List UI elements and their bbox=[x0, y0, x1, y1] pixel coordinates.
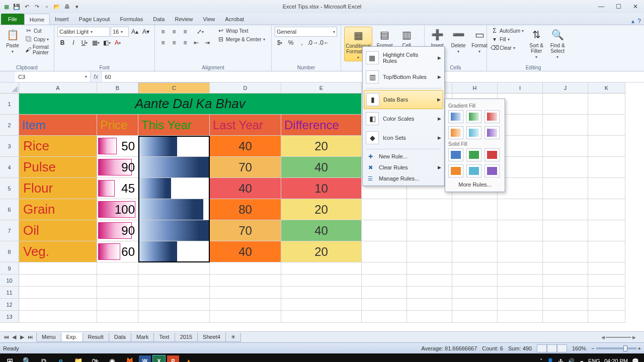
col-header-C[interactable]: C bbox=[138, 82, 210, 94]
copy-button[interactable]: ⿻Copy▾ bbox=[24, 35, 51, 43]
tab-view[interactable]: View bbox=[198, 14, 220, 25]
firefox-icon[interactable]: 🦊 bbox=[122, 354, 137, 362]
vlc-icon[interactable]: ▲ bbox=[181, 354, 196, 362]
accounting-icon[interactable]: $▾ bbox=[275, 38, 285, 48]
decrease-decimal-icon[interactable]: .0← bbox=[319, 38, 329, 48]
cell[interactable] bbox=[407, 199, 452, 220]
solid-orange[interactable] bbox=[448, 164, 463, 177]
sheet-tab-menu[interactable]: Menu bbox=[36, 333, 61, 342]
cell[interactable] bbox=[452, 199, 498, 220]
cell[interactable] bbox=[588, 178, 625, 199]
cell[interactable]: Item bbox=[19, 115, 97, 136]
search-icon[interactable]: 🔍 bbox=[19, 354, 34, 362]
menu-new-rule[interactable]: ✚New Rule... bbox=[364, 151, 443, 162]
clear-button[interactable]: ⌫Clear▾ bbox=[490, 44, 525, 52]
tray-volume-icon[interactable]: 🔊 bbox=[568, 358, 575, 363]
fill-button[interactable]: ▾Fill▾ bbox=[490, 35, 525, 43]
zoom-slider[interactable]: −+ bbox=[591, 345, 641, 351]
ribbon-minimize-icon[interactable]: ▴ bbox=[631, 18, 634, 25]
cell[interactable] bbox=[407, 262, 452, 275]
font-color-button[interactable]: A▾ bbox=[113, 38, 123, 48]
cell[interactable] bbox=[19, 299, 97, 311]
row-header-7[interactable]: 7 bbox=[0, 220, 19, 241]
cell[interactable] bbox=[407, 275, 452, 287]
cell[interactable] bbox=[407, 241, 452, 262]
cell[interactable] bbox=[138, 199, 210, 220]
worksheet[interactable]: ABCDEFGHIJK 12345678910111213 Aante Dal … bbox=[0, 82, 644, 331]
solid-blue[interactable] bbox=[448, 148, 463, 161]
row-header-6[interactable]: 6 bbox=[0, 199, 19, 220]
delete-cells-button[interactable]: ➖Delete▾ bbox=[449, 27, 468, 55]
shrink-font-icon[interactable]: A▾ bbox=[141, 27, 151, 37]
cell[interactable] bbox=[19, 262, 97, 275]
percent-icon[interactable]: % bbox=[286, 38, 296, 48]
align-right-icon[interactable]: ≡ bbox=[180, 38, 190, 48]
cell[interactable] bbox=[97, 299, 138, 311]
cell[interactable] bbox=[452, 275, 498, 287]
cell[interactable] bbox=[407, 220, 452, 241]
print-preview-icon[interactable]: 🖶 bbox=[62, 2, 71, 11]
tab-nav-last[interactable]: ⏭ bbox=[26, 334, 34, 340]
cell[interactable]: 90 bbox=[97, 157, 138, 178]
align-left-icon[interactable]: ≡ bbox=[158, 38, 168, 48]
explorer-icon[interactable]: 📁 bbox=[70, 354, 86, 362]
cell[interactable] bbox=[138, 178, 210, 199]
cell[interactable] bbox=[19, 311, 97, 323]
save-icon[interactable]: 💾 bbox=[12, 2, 21, 11]
cell[interactable] bbox=[138, 275, 210, 287]
cell[interactable]: 50 bbox=[97, 136, 138, 157]
tray-network-icon[interactable]: 🖧 bbox=[558, 358, 564, 362]
menu-clear-rules[interactable]: ✖Clear Rules▶ bbox=[364, 162, 443, 173]
cell[interactable] bbox=[498, 241, 543, 262]
cell[interactable] bbox=[362, 275, 407, 287]
close-button[interactable]: ✕ bbox=[627, 0, 644, 13]
col-header-A[interactable]: A bbox=[19, 82, 97, 94]
cell[interactable] bbox=[407, 299, 452, 311]
redo-icon[interactable]: ↷ bbox=[32, 2, 41, 11]
cell[interactable]: 40 bbox=[281, 220, 362, 241]
col-header-J[interactable]: J bbox=[543, 82, 588, 94]
merge-center-button[interactable]: ⊟Merge & Center▾ bbox=[216, 35, 266, 43]
cell[interactable] bbox=[19, 275, 97, 287]
tab-nav-first[interactable]: ⏮ bbox=[2, 334, 10, 340]
sheet-tab-text[interactable]: Text bbox=[153, 333, 175, 342]
cell[interactable] bbox=[281, 299, 362, 311]
cell[interactable] bbox=[138, 220, 210, 241]
format-cells-button[interactable]: ▭Format▾ bbox=[470, 27, 489, 55]
cell[interactable] bbox=[138, 241, 210, 262]
fill-color-button[interactable]: ◧▾ bbox=[102, 38, 112, 48]
format-painter-button[interactable]: 🖌Format Painter bbox=[24, 44, 51, 56]
cell[interactable] bbox=[543, 178, 588, 199]
cell[interactable]: Grain bbox=[19, 199, 97, 220]
cell[interactable]: 70 bbox=[210, 220, 281, 241]
decrease-indent-icon[interactable]: ⇤ bbox=[191, 38, 201, 48]
paste-button[interactable]: 📋 Paste ▾ bbox=[3, 27, 22, 55]
cell[interactable] bbox=[281, 311, 362, 323]
cell[interactable] bbox=[588, 115, 625, 136]
cell[interactable] bbox=[543, 287, 588, 299]
tab-data[interactable]: Data bbox=[148, 14, 170, 25]
cell[interactable]: Rice bbox=[19, 136, 97, 157]
cell[interactable] bbox=[407, 287, 452, 299]
solid-green[interactable] bbox=[466, 148, 481, 161]
cell[interactable] bbox=[588, 241, 625, 262]
cell[interactable]: Pulse bbox=[19, 157, 97, 178]
cell[interactable] bbox=[281, 275, 362, 287]
cell[interactable]: 90 bbox=[97, 220, 138, 241]
menu-color-scales[interactable]: ◧Color Scales▶ bbox=[364, 109, 443, 128]
cell[interactable] bbox=[97, 311, 138, 323]
cell[interactable]: Difference bbox=[281, 115, 362, 136]
minimize-button[interactable]: — bbox=[593, 0, 610, 13]
increase-indent-icon[interactable]: ⇥ bbox=[202, 38, 212, 48]
menu-highlight-cells-rules[interactable]: ▦Highlight Cells Rules▶ bbox=[364, 48, 443, 67]
cell[interactable]: 10 bbox=[281, 178, 362, 199]
gradient-lightblue[interactable] bbox=[466, 126, 481, 139]
cell[interactable]: 20 bbox=[281, 199, 362, 220]
cell[interactable] bbox=[543, 241, 588, 262]
solid-purple[interactable] bbox=[485, 164, 500, 177]
cell[interactable] bbox=[543, 311, 588, 323]
cell[interactable] bbox=[138, 136, 210, 157]
cell[interactable] bbox=[588, 275, 625, 287]
col-header-K[interactable]: K bbox=[588, 82, 625, 94]
cell[interactable] bbox=[498, 275, 543, 287]
